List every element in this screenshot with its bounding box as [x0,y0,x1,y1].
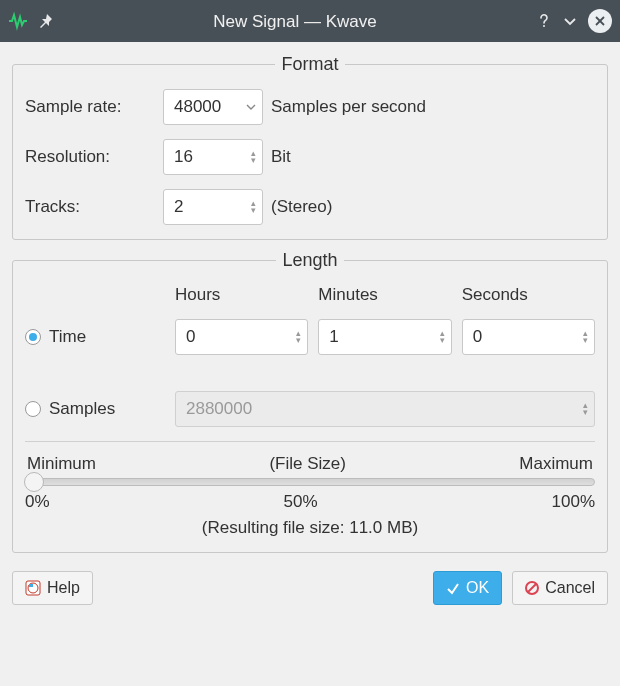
sample-rate-unit: Samples per second [271,97,595,117]
length-group: Length Hours Minutes Seconds Time 0 ▴▾ 1… [12,250,608,553]
spin-arrows-icon: ▴▾ [296,330,301,344]
tracks-label: Tracks: [25,197,155,217]
hours-spinbox[interactable]: 0 ▴▾ [175,319,308,355]
hours-header: Hours [175,285,308,305]
seconds-value: 0 [473,327,482,347]
resulting-filesize: (Resulting file size: 11.0 MB) [25,512,595,540]
cancel-button[interactable]: Cancel [512,571,608,605]
spin-arrows-icon: ▴▾ [251,200,256,214]
slider-ticks: 0% 50% 100% [25,486,595,512]
sample-rate-label: Sample rate: [25,97,155,117]
help-button[interactable]: Help [12,571,93,605]
tracks-spinbox[interactable]: 2 ▴▾ [163,189,263,225]
minimize-icon[interactable] [562,13,578,29]
length-legend: Length [276,250,343,271]
minutes-value: 1 [329,327,338,347]
radio-icon [25,401,41,417]
minimum-label: Minimum [27,454,96,474]
resolution-unit: Bit [271,147,595,167]
sample-rate-combo[interactable]: 48000 [163,89,263,125]
cancel-icon [525,581,539,595]
help-icon [25,580,41,596]
samples-value: 2880000 [186,399,252,419]
minutes-spinbox[interactable]: 1 ▴▾ [318,319,451,355]
tracks-unit: (Stereo) [271,197,595,217]
chevron-down-icon [246,104,256,110]
ok-button-label: OK [466,579,489,597]
resolution-spinbox[interactable]: 16 ▴▾ [163,139,263,175]
svg-point-0 [543,25,545,27]
filesize-center-label: (File Size) [269,454,346,474]
radio-time-label: Time [49,327,86,347]
help-icon[interactable] [536,13,552,29]
pin-icon[interactable] [38,13,54,29]
spin-arrows-icon: ▴▾ [583,330,588,344]
tracks-value: 2 [174,197,183,217]
minutes-header: Minutes [318,285,451,305]
spin-arrows-icon: ▴▾ [583,402,588,416]
seconds-header: Seconds [462,285,595,305]
maximum-label: Maximum [519,454,593,474]
seconds-spinbox[interactable]: 0 ▴▾ [462,319,595,355]
help-button-label: Help [47,579,80,597]
titlebar: New Signal — Kwave [0,0,620,42]
check-icon [446,581,460,595]
hours-value: 0 [186,327,195,347]
sample-rate-value: 48000 [174,97,221,117]
spin-arrows-icon: ▴▾ [440,330,445,344]
format-legend: Format [275,54,344,75]
ok-button[interactable]: OK [433,571,502,605]
slider-thumb[interactable] [24,472,44,492]
cancel-button-label: Cancel [545,579,595,597]
radio-samples[interactable]: Samples [25,399,165,419]
radio-icon [25,329,41,345]
filesize-slider[interactable] [25,478,595,486]
format-group: Format Sample rate: 48000 Samples per se… [12,54,608,240]
spin-arrows-icon: ▴▾ [251,150,256,164]
window-title: New Signal — Kwave [54,13,536,30]
radio-samples-label: Samples [49,399,115,419]
resolution-label: Resolution: [25,147,155,167]
resolution-value: 16 [174,147,193,167]
filesize-labels: Minimum (File Size) Maximum [25,454,595,474]
separator [25,441,595,442]
radio-time[interactable]: Time [25,327,165,347]
tick-left: 0% [25,492,50,512]
tick-right: 100% [552,492,595,512]
app-icon [8,11,28,31]
close-button[interactable] [588,9,612,33]
svg-rect-5 [29,584,33,587]
svg-line-7 [528,584,536,592]
samples-spinbox: 2880000 ▴▾ [175,391,595,427]
button-bar: Help OK Cancel [0,565,620,617]
tick-mid: 50% [284,492,318,512]
